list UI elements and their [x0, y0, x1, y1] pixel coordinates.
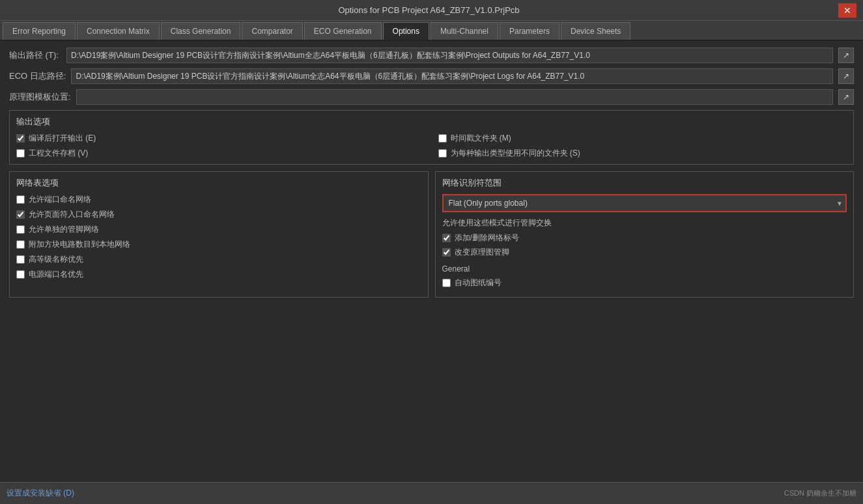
eco-log-browse-button[interactable]: ↗ [838, 68, 854, 84]
tab-device-sheets[interactable]: Device Sheets [561, 22, 630, 40]
net-checkbox-high-level-name[interactable] [16, 255, 25, 264]
general-checkboxes: 自动图纸编号 [442, 277, 847, 288]
net-checkbox-allow-port-net[interactable] [16, 195, 25, 204]
schematic-input[interactable] [76, 89, 833, 105]
tab-error-reporting[interactable]: Error Reporting [3, 22, 76, 40]
net-checkbox-allow-pin-net[interactable] [16, 225, 25, 234]
net-table-row-high-level-name: 高等级名称优先 [16, 254, 421, 265]
bottom-bar: 设置成安装缺省 (D) CSDN 奶幽余生不加糖 [0, 482, 863, 504]
titlebar: Options for PCB Project A64_ZB77_V1.0.Pr… [0, 0, 863, 21]
pin-swap-checkboxes: 添加/删除网络标号改变原理图管脚 [442, 232, 847, 258]
checkbox-compile-open[interactable] [16, 134, 25, 143]
net-label-append-block-net: 附加方块电路数目到本地网络 [29, 239, 130, 250]
close-button[interactable]: ✕ [838, 3, 856, 18]
network-scope-select[interactable]: Flat (Only ports global)HierarchicalGlob… [442, 194, 847, 212]
network-table-title: 网络表选项 [16, 177, 421, 189]
checkbox-row-diff-folder: 为每种输出类型使用不同的文件夹 (S) [438, 148, 847, 159]
output-path-input[interactable] [66, 48, 833, 63]
bottom-right-text: CSDN 奶幽余生不加糖 [784, 488, 856, 498]
schematic-template-row: 原理图模板位置: ↗ [9, 89, 854, 105]
tab-class-generation[interactable]: Class Generation [161, 22, 241, 40]
eco-log-label: ECO 日志路径: [9, 70, 66, 82]
checkbox-timestamp-folder[interactable] [438, 134, 447, 143]
tab-connection-matrix[interactable]: Connection Matrix [77, 22, 160, 40]
set-default-link[interactable]: 设置成安装缺省 (D) [7, 488, 74, 499]
checkbox-label-timestamp-folder: 时间戳文件夹 (M) [451, 133, 511, 144]
net-label-power-port-name: 电源端口名优先 [29, 269, 83, 280]
net-table-row-allow-port-net: 允许端口命名网络 [16, 194, 421, 205]
tab-bar: Error ReportingConnection MatrixClass Ge… [0, 21, 863, 41]
net-table-row-allow-sheet-net: 允许页面符入口命名网络 [16, 209, 421, 220]
network-scope-panel: 网络识别符范围 Flat (Only ports global)Hierarch… [435, 171, 855, 298]
output-path-label: 输出路径 (T): [9, 49, 61, 61]
titlebar-title: Options for PCB Project A64_ZB77_V1.0.Pr… [20, 5, 838, 15]
net-label-allow-sheet-net: 允许页面符入口命名网络 [29, 209, 115, 220]
tab-eco-generation[interactable]: ECO Generation [304, 22, 382, 40]
network-table-checkboxes: 允许端口命名网络允许页面符入口命名网络允许单独的管脚网络附加方块电路数目到本地网… [16, 194, 421, 280]
general-row-auto-sheet-number: 自动图纸编号 [442, 277, 847, 288]
net-table-row-append-block-net: 附加方块电路数目到本地网络 [16, 239, 421, 250]
pin-swap-checkbox-change-schematic-pin[interactable] [442, 248, 451, 257]
network-panels: 网络表选项 允许端口命名网络允许页面符入口命名网络允许单独的管脚网络附加方块电路… [9, 171, 854, 298]
pin-swap-title: 允许使用这些模式进行管脚交换 [442, 217, 847, 229]
net-checkbox-append-block-net[interactable] [16, 240, 25, 249]
output-path-browse-button[interactable]: ↗ [838, 48, 854, 63]
checkbox-label-project-archive: 工程文件存档 (V) [29, 148, 88, 159]
output-options-section: 输出选项 编译后打开输出 (E)时间戳文件夹 (M)工程文件存档 (V)为每种输… [9, 110, 854, 165]
main-content: 输出路径 (T): ↗ ECO 日志路径: ↗ 原理图模板位置: ↗ 输出选项 … [0, 41, 863, 480]
pin-swap-row-add-delete-net-label: 添加/删除网络标号 [442, 232, 847, 244]
tab-parameters[interactable]: Parameters [500, 22, 559, 40]
net-checkbox-power-port-name[interactable] [16, 270, 25, 279]
tab-options[interactable]: Options [383, 22, 429, 40]
general-title: General [442, 264, 847, 273]
pin-swap-checkbox-add-delete-net-label[interactable] [442, 234, 451, 242]
general-checkbox-auto-sheet-number[interactable] [442, 279, 451, 287]
network-scope-dropdown-container: Flat (Only ports global)HierarchicalGlob… [442, 194, 847, 212]
net-checkbox-allow-sheet-net[interactable] [16, 210, 25, 219]
checkbox-diff-folder[interactable] [438, 149, 447, 158]
output-path-row: 输出路径 (T): ↗ [9, 48, 854, 63]
net-label-high-level-name: 高等级名称优先 [29, 254, 83, 265]
output-options-checkboxes: 编译后打开输出 (E)时间戳文件夹 (M)工程文件存档 (V)为每种输出类型使用… [16, 133, 847, 159]
tab-multi-channel[interactable]: Multi-Channel [431, 22, 498, 40]
checkbox-row-compile-open: 编译后打开输出 (E) [16, 133, 425, 144]
eco-log-row: ECO 日志路径: ↗ [9, 68, 854, 84]
network-scope-dropdown-row: Flat (Only ports global)HierarchicalGlob… [442, 194, 847, 212]
network-table-panel: 网络表选项 允许端口命名网络允许页面符入口命名网络允许单独的管脚网络附加方块电路… [9, 171, 429, 298]
output-options-title: 输出选项 [16, 116, 847, 128]
pin-swap-label-add-delete-net-label: 添加/删除网络标号 [455, 232, 519, 244]
schematic-browse-button[interactable]: ↗ [838, 89, 854, 105]
checkbox-project-archive[interactable] [16, 149, 25, 158]
schematic-label: 原理图模板位置: [9, 91, 71, 103]
general-label-auto-sheet-number: 自动图纸编号 [455, 277, 502, 288]
checkbox-label-diff-folder: 为每种输出类型使用不同的文件夹 (S) [451, 148, 580, 159]
net-table-row-power-port-name: 电源端口名优先 [16, 269, 421, 280]
checkbox-row-timestamp-folder: 时间戳文件夹 (M) [438, 133, 847, 144]
tab-comparator[interactable]: Comparator [242, 22, 302, 40]
eco-log-input[interactable] [71, 68, 833, 84]
pin-swap-label-change-schematic-pin: 改变原理图管脚 [455, 247, 509, 258]
net-table-row-allow-pin-net: 允许单独的管脚网络 [16, 224, 421, 235]
net-label-allow-port-net: 允许端口命名网络 [29, 194, 91, 205]
network-scope-title: 网络识别符范围 [442, 177, 847, 189]
pin-swap-row-change-schematic-pin: 改变原理图管脚 [442, 247, 847, 258]
checkbox-label-compile-open: 编译后打开输出 (E) [29, 133, 96, 144]
net-label-allow-pin-net: 允许单独的管脚网络 [29, 224, 99, 235]
checkbox-row-project-archive: 工程文件存档 (V) [16, 148, 425, 159]
